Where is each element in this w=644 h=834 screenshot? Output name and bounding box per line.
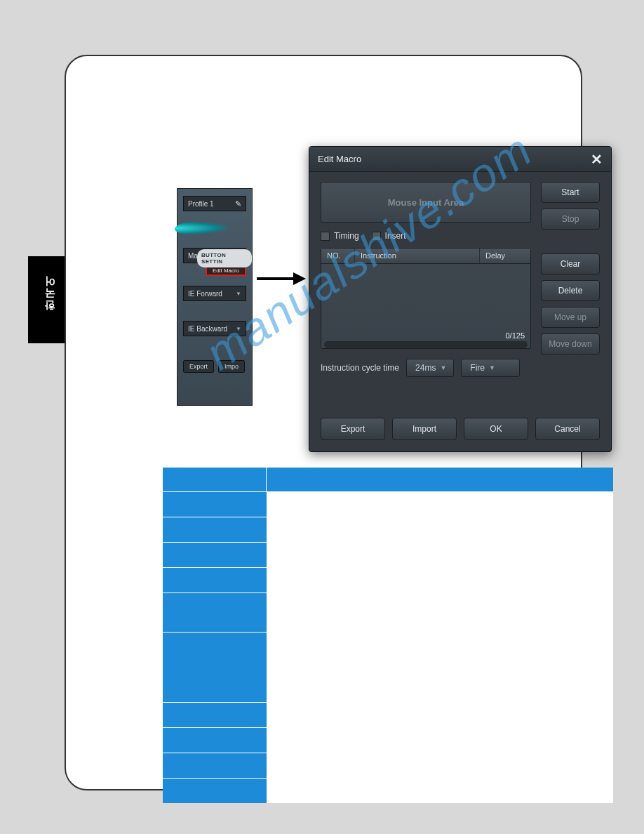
dialog-title: Edit Macro xyxy=(318,154,361,164)
chevron-down-icon: ▼ xyxy=(236,326,241,332)
table-cell xyxy=(267,779,613,803)
chevron-down-icon: ▼ xyxy=(489,364,495,371)
table-cell xyxy=(163,568,267,593)
col-instruction-header: Instruction xyxy=(355,249,480,263)
insert-checkbox[interactable]: Insert xyxy=(372,231,406,241)
edit-macro-dialog: Edit Macro ✕ Mouse Input Area Timing Ins… xyxy=(309,146,612,452)
side-language-label: 한국어 xyxy=(43,282,57,318)
move-down-button[interactable]: Move down xyxy=(541,333,600,355)
col-no-header: NO. xyxy=(321,249,355,263)
table-cell xyxy=(267,543,613,567)
timing-checkbox[interactable]: Timing xyxy=(321,231,359,241)
description-table xyxy=(163,468,613,803)
chevron-down-icon: ▼ xyxy=(236,291,241,297)
table-cell xyxy=(267,593,613,632)
table-cell xyxy=(163,492,267,517)
mouse-input-area[interactable]: Mouse Input Area xyxy=(321,182,531,223)
ie-forward-select[interactable]: IE Forward▼ xyxy=(183,286,246,301)
horizontal-scrollbar[interactable] xyxy=(324,341,528,348)
table-cell xyxy=(267,517,613,542)
table-cell xyxy=(267,568,613,593)
table-cell xyxy=(163,517,267,542)
profile-selector[interactable]: Profile 1 ✎ xyxy=(183,196,246,211)
arrow-indicator xyxy=(257,272,309,285)
export-button[interactable]: Export xyxy=(321,418,385,440)
cycle-time-select[interactable]: 24ms▼ xyxy=(406,359,454,377)
profile-panel: Profile 1 ✎ BUTTON SETTIN Macro▼ Edit Ma… xyxy=(177,188,253,406)
move-up-button[interactable]: Move up xyxy=(541,307,600,328)
instruction-count: 0/125 xyxy=(505,331,525,340)
clear-button[interactable]: Clear xyxy=(541,253,600,274)
table-cell xyxy=(267,728,613,753)
table-header-col1 xyxy=(163,468,267,491)
fire-select[interactable]: Fire▼ xyxy=(461,359,520,377)
import-button[interactable]: Import xyxy=(392,418,457,440)
ok-button[interactable]: OK xyxy=(464,418,528,440)
start-button[interactable]: Start xyxy=(541,182,600,203)
edit-icon: ✎ xyxy=(235,199,241,208)
import-small-button[interactable]: Impo xyxy=(218,360,245,373)
checkbox-icon xyxy=(372,232,381,241)
table-cell xyxy=(163,633,267,702)
table-cell xyxy=(163,728,267,753)
table-cell xyxy=(163,703,267,727)
profile-label: Profile 1 xyxy=(188,200,214,208)
cancel-button[interactable]: Cancel xyxy=(535,418,600,440)
delete-button[interactable]: Delete xyxy=(541,280,600,301)
ie-backward-select[interactable]: IE Backward▼ xyxy=(183,321,246,336)
table-cell xyxy=(267,753,613,778)
table-header-col2 xyxy=(267,468,613,491)
chevron-down-icon: ▼ xyxy=(440,364,446,371)
instruction-table: NO. Instruction Delay 0/125 xyxy=(321,248,531,349)
fire-value: Fire xyxy=(470,363,485,373)
timing-label: Timing xyxy=(334,231,359,241)
page-frame: Profile 1 ✎ BUTTON SETTIN Macro▼ Edit Ma… xyxy=(65,55,582,790)
insert-label: Insert xyxy=(385,231,406,241)
table-cell xyxy=(267,633,613,702)
ie-forward-label: IE Forward xyxy=(188,290,222,298)
checkbox-icon xyxy=(321,232,330,241)
export-small-button[interactable]: Export xyxy=(183,360,214,373)
table-cell xyxy=(267,492,613,517)
ie-backward-label: IE Backward xyxy=(188,325,227,333)
table-cell xyxy=(163,543,267,567)
close-icon[interactable]: ✕ xyxy=(591,151,603,168)
section-swoosh: BUTTON SETTIN xyxy=(179,218,252,242)
stop-button[interactable]: Stop xyxy=(541,208,600,230)
cycle-value: 24ms xyxy=(415,363,436,373)
section-title: BUTTON SETTIN xyxy=(197,249,252,267)
table-cell xyxy=(163,753,267,778)
col-delay-header: Delay xyxy=(480,249,530,263)
table-cell xyxy=(163,593,267,632)
cycle-time-label: Instruction cycle time xyxy=(321,363,399,373)
dialog-titlebar: Edit Macro ✕ xyxy=(309,147,611,172)
table-cell xyxy=(267,703,613,727)
table-cell xyxy=(163,779,267,803)
